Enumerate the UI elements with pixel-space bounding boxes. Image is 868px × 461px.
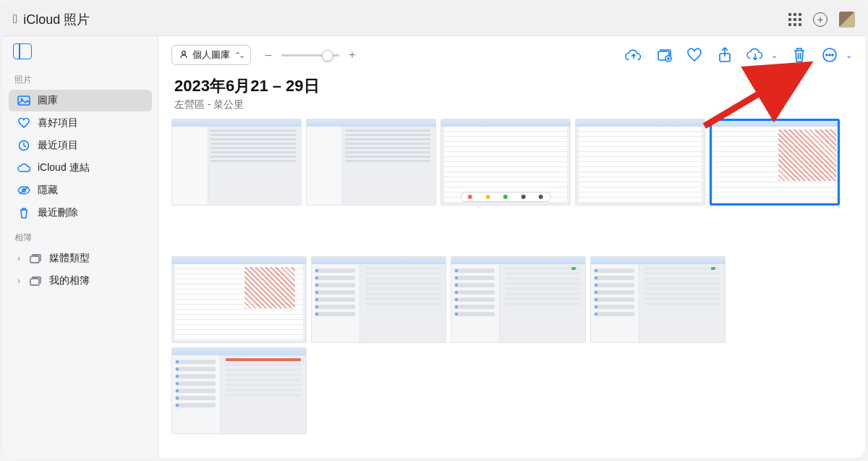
album-stack-icon [29, 253, 42, 263]
location-subtitle: 左營區 - 菜公里 [174, 98, 849, 111]
photo-grid: 01:10 23:47 23:48 [171, 119, 852, 458]
sidebar-item-icloud-links[interactable]: iCloud 連結 [9, 157, 152, 179]
app-launcher-icon[interactable] [788, 13, 801, 26]
sidebar-item-library[interactable]: 圖庫 [9, 90, 152, 111]
photo-thumbnail[interactable] [171, 119, 302, 206]
add-button[interactable]: + [813, 12, 827, 27]
updown-chevron-icon: ⌃⌄ [234, 51, 243, 60]
main-content: 個人圖庫 ⌃⌄ – + [158, 36, 865, 458]
photo-thumbnail[interactable] [171, 347, 307, 434]
delete-button[interactable] [791, 46, 808, 64]
date-range-title: 2023年6月21 – 29日 [174, 75, 849, 97]
section-heading: 2023年6月21 – 29日 左營區 - 菜公里 [158, 74, 865, 119]
eye-slash-icon [17, 186, 30, 195]
svg-rect-5 [30, 256, 39, 263]
photo-thumbnail-selected[interactable] [710, 119, 840, 206]
sidebar: 照片 圖庫 喜好項目 最近項目 iCloud 連結 [3, 36, 158, 458]
sidebar-item-label: 媒體類型 [49, 252, 90, 265]
sidebar-section-albums: 相簿 [3, 224, 158, 247]
zoom-control: – + [263, 48, 358, 62]
toolbar: 個人圖庫 ⌃⌄ – + [158, 36, 865, 74]
library-icon [17, 96, 30, 106]
svg-point-7 [182, 51, 186, 54]
photo-thumbnail[interactable] [171, 256, 307, 343]
sidebar-item-label: 隱藏 [38, 184, 58, 197]
sidebar-section-photos: 照片 [3, 67, 158, 89]
library-selector[interactable]: 個人圖庫 ⌃⌄ [171, 45, 251, 65]
sidebar-toggle-icon[interactable] [13, 43, 32, 59]
add-album-button[interactable] [655, 46, 673, 64]
svg-point-13 [829, 54, 830, 56]
library-selector-label: 個人圖庫 [192, 48, 230, 62]
album-stack-icon [29, 276, 42, 286]
sidebar-item-label: 最近刪除 [38, 206, 78, 219]
chevron-right-icon: › [17, 253, 22, 263]
cloud-icon [17, 164, 30, 172]
photo-thumbnail[interactable] [575, 119, 705, 206]
sidebar-item-label: iCloud 連結 [38, 161, 90, 174]
favorite-button[interactable] [686, 46, 703, 64]
sidebar-item-recently-deleted[interactable]: 最近刪除 [9, 202, 152, 224]
photo-thumbnail[interactable] [311, 256, 446, 343]
app-topbar:  iCloud 照片 + [3, 3, 865, 36]
person-icon [179, 50, 188, 61]
sidebar-item-favorites[interactable]: 喜好項目 [9, 112, 152, 134]
download-cloud-button[interactable] [746, 46, 764, 64]
sidebar-item-label: 我的相簿 [49, 274, 90, 287]
photo-thumbnail[interactable] [590, 256, 726, 343]
sidebar-item-label: 喜好項目 [38, 117, 78, 130]
trash-icon [17, 207, 30, 219]
zoom-in-button[interactable]: + [346, 48, 358, 62]
account-avatar[interactable] [839, 12, 855, 28]
heart-icon [17, 118, 30, 128]
photo-thumbnail[interactable] [306, 119, 436, 206]
photo-thumbnail[interactable] [451, 256, 586, 343]
chevron-down-icon[interactable]: ⌄ [771, 51, 778, 60]
zoom-slider[interactable] [281, 54, 339, 56]
sidebar-item-label: 最近項目 [38, 139, 78, 152]
more-button[interactable] [821, 46, 838, 64]
clock-icon [17, 140, 30, 151]
sidebar-item-recents[interactable]: 最近項目 [9, 135, 152, 156]
app-title: iCloud 照片 [23, 11, 90, 28]
chevron-down-icon[interactable]: ⌄ [846, 51, 852, 60]
sidebar-item-label: 圖庫 [38, 94, 58, 107]
upload-cloud-button[interactable] [625, 46, 642, 64]
sidebar-item-my-albums[interactable]: › 我的相簿 [9, 270, 152, 292]
svg-rect-6 [30, 279, 39, 285]
apple-logo-icon:  [13, 12, 17, 27]
photo-thumbnail[interactable] [441, 119, 571, 206]
zoom-out-button[interactable]: – [263, 48, 274, 62]
sidebar-item-hidden[interactable]: 隱藏 [9, 179, 152, 201]
svg-point-14 [832, 54, 833, 56]
share-button[interactable] [716, 46, 733, 64]
svg-point-12 [826, 54, 827, 56]
sidebar-item-media-types[interactable]: › 媒體類型 [9, 248, 152, 269]
chevron-right-icon: › [17, 276, 22, 286]
